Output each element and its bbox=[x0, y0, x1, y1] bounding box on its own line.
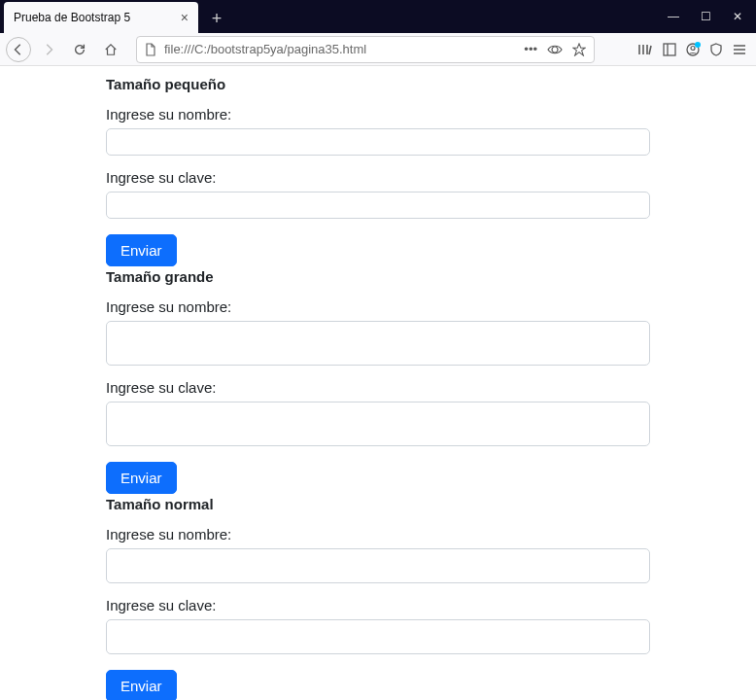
url-text: file:///C:/bootstrap5ya/pagina35.html bbox=[164, 42, 516, 56]
file-icon bbox=[145, 43, 156, 56]
tab-title: Prueba de Bootstrap 5 bbox=[14, 11, 181, 24]
browser-toolbar: file:///C:/bootstrap5ya/pagina35.html ••… bbox=[0, 33, 756, 66]
input-password-large[interactable] bbox=[106, 402, 650, 446]
reload-button[interactable] bbox=[66, 36, 93, 63]
new-tab-button[interactable]: + bbox=[202, 4, 231, 33]
shield-icon[interactable] bbox=[709, 43, 723, 56]
page-viewport[interactable]: Tamaño pequeño Ingrese su nombre: Ingres… bbox=[0, 66, 756, 700]
label-password-normal: Ingrese su clave: bbox=[106, 597, 650, 613]
back-button[interactable] bbox=[6, 37, 31, 62]
section-heading-small: Tamaño pequeño bbox=[106, 76, 650, 92]
input-password-normal[interactable] bbox=[106, 619, 650, 654]
window-minimize-icon[interactable]: — bbox=[668, 10, 679, 23]
url-bar[interactable]: file:///C:/bootstrap5ya/pagina35.html ••… bbox=[136, 36, 595, 63]
submit-button-small[interactable]: Enviar bbox=[106, 234, 177, 266]
hamburger-menu-icon[interactable] bbox=[733, 43, 746, 56]
svg-point-3 bbox=[691, 46, 695, 50]
sidebar-icon[interactable] bbox=[663, 43, 676, 56]
window-maximize-icon[interactable]: ☐ bbox=[701, 10, 711, 23]
input-password-small[interactable] bbox=[106, 192, 650, 219]
close-tab-icon[interactable]: × bbox=[181, 10, 189, 25]
arrow-left-icon bbox=[12, 43, 25, 56]
input-name-large[interactable] bbox=[106, 321, 650, 366]
arrow-right-icon bbox=[42, 43, 55, 56]
reader-mode-icon[interactable] bbox=[547, 43, 563, 56]
submit-button-large[interactable]: Enviar bbox=[106, 462, 177, 494]
label-password-small: Ingrese su clave: bbox=[106, 169, 650, 186]
label-password-large: Ingrese su clave: bbox=[106, 379, 650, 396]
home-button[interactable] bbox=[97, 36, 124, 63]
browser-tab[interactable]: Prueba de Bootstrap 5 × bbox=[4, 2, 198, 33]
page-container: Tamaño pequeño Ingrese su nombre: Ingres… bbox=[106, 66, 650, 700]
input-name-normal[interactable] bbox=[106, 548, 650, 583]
forward-button bbox=[35, 36, 62, 63]
input-name-small[interactable] bbox=[106, 128, 650, 156]
section-heading-large: Tamaño grande bbox=[106, 268, 650, 285]
home-icon bbox=[104, 43, 118, 56]
library-icon[interactable] bbox=[637, 43, 653, 56]
page-actions-icon[interactable]: ••• bbox=[524, 42, 537, 56]
label-name-small: Ingrese su nombre: bbox=[106, 106, 650, 122]
window-close-icon[interactable]: ✕ bbox=[733, 10, 742, 23]
submit-button-normal[interactable]: Enviar bbox=[106, 670, 177, 700]
label-name-large: Ingrese su nombre: bbox=[106, 298, 650, 315]
label-name-normal: Ingrese su nombre: bbox=[106, 526, 650, 542]
account-icon[interactable] bbox=[686, 43, 700, 56]
window-controls: — ☐ ✕ bbox=[668, 0, 756, 33]
browser-titlebar: Prueba de Bootstrap 5 × + — ☐ ✕ bbox=[0, 0, 756, 33]
section-heading-normal: Tamaño normal bbox=[106, 496, 650, 512]
bookmark-star-icon[interactable] bbox=[572, 43, 586, 56]
svg-rect-0 bbox=[664, 44, 675, 55]
reload-icon bbox=[73, 43, 86, 56]
